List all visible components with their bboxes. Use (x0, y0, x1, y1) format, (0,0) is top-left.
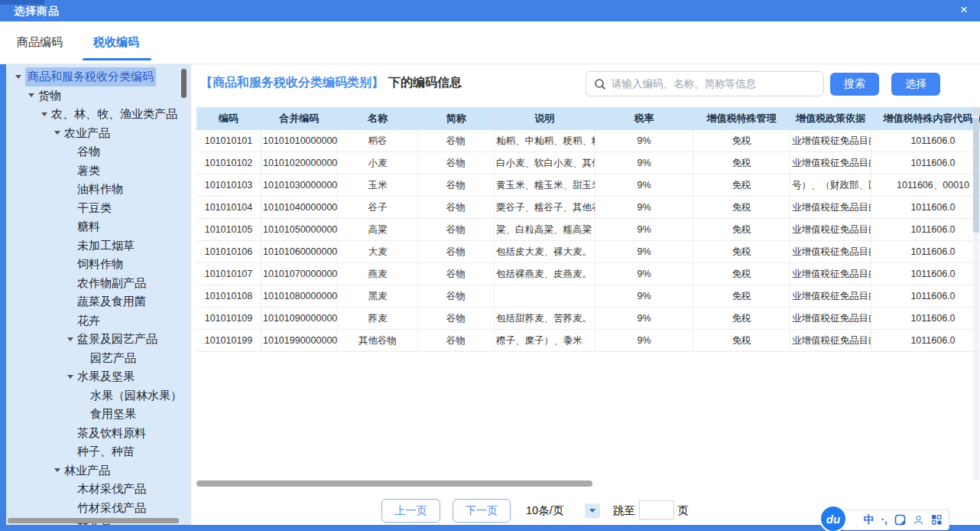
search-button[interactable]: 搜索 (830, 73, 879, 96)
table-cell: 业增值税征免品目的 (790, 330, 871, 352)
table-row[interactable]: 1010101061010106000000000000大麦谷物包括皮大麦、裸大… (196, 241, 980, 263)
table-cell: 谷物 (418, 174, 495, 197)
table-row[interactable]: 1010101071010107000000000000燕麦谷物包括裸燕麦、皮燕… (196, 263, 980, 285)
table-scrollbar-up-arrow[interactable] (973, 107, 979, 116)
tree-node[interactable]: 农作物副产品 (6, 274, 190, 293)
tree-expand-icon[interactable] (54, 131, 64, 135)
table-row[interactable]: 1010101021010102000000000000小麦谷物白小麦、软白小麦… (196, 152, 980, 174)
tab-tax-code[interactable]: 税收编码 (93, 35, 139, 50)
table-cell: 101010104 (196, 197, 261, 219)
tree-expand-icon[interactable] (41, 112, 51, 116)
table-cell: 免税 (693, 241, 790, 263)
tree-node[interactable]: 林业产品 (6, 461, 190, 481)
table-horizontal-scrollbar[interactable] (196, 481, 592, 487)
table-row[interactable]: 1010101081010108000000000000黑麦谷物9%免税业增值税… (196, 285, 980, 308)
close-icon[interactable]: × (960, 0, 968, 20)
tree-expand-icon[interactable] (67, 337, 77, 341)
tab-product-code[interactable]: 商品编码 (17, 35, 63, 50)
table-cell: 9% (595, 285, 693, 308)
table-cell: 谷物 (418, 308, 495, 330)
table-header-cell: 税率 (595, 107, 693, 130)
table-row[interactable]: 1010101031010103000000000000玉米谷物黄玉米、糯玉米、… (196, 174, 980, 197)
tree-node[interactable]: 茶及饮料原料 (6, 424, 190, 443)
tree-node[interactable]: 种子、种苗 (6, 442, 190, 461)
page-unit-label: 页 (677, 499, 689, 523)
table-row[interactable]: 1010101011010101000000000000稻谷谷物籼稻、中籼稻、粳… (196, 130, 980, 152)
table-cell: 业增值税征免品目的 (790, 152, 871, 174)
tree-node-label: 木材采伐产品 (77, 480, 146, 499)
table-cell: 谷物 (418, 263, 495, 285)
table-cell: 玉米 (338, 174, 418, 197)
tree-node[interactable]: 蔬菜及食用菌 (6, 292, 190, 311)
tree-expand-icon[interactable] (67, 375, 77, 379)
table-cell: 9% (595, 219, 693, 241)
table-cell: 101010106 (196, 241, 261, 263)
tree-node[interactable]: 油料作物 (6, 180, 190, 199)
table-cell: 101010105 (196, 219, 261, 241)
tree-node[interactable]: 农、林、牧、渔业类产品 (6, 105, 190, 124)
tree-node[interactable]: 未加工烟草 (6, 236, 190, 256)
tree-node[interactable]: 薯类 (6, 161, 190, 181)
table-cell: 101010101 (196, 130, 261, 152)
ime-language-icon[interactable]: 中 (863, 510, 874, 529)
table-cell: 1010104000000000000 (261, 197, 338, 219)
tree-node[interactable]: 谷物 (6, 142, 190, 161)
table-cell: 燕麦 (338, 263, 418, 285)
tree-node[interactable]: 饲料作物 (6, 255, 190, 274)
tree-node[interactable]: 盆景及园艺产品 (6, 330, 190, 349)
next-page-button[interactable]: 下一页 (453, 499, 511, 523)
table-row[interactable]: 1010101091010109000000000000荞麦谷物包括甜荞麦、苦荞… (196, 308, 980, 330)
tree-vertical-scrollbar[interactable] (181, 69, 187, 98)
tree-node[interactable]: 木材采伐产品 (6, 480, 190, 499)
table-cell: 1011606.0 (871, 308, 980, 330)
tree-node[interactable]: 糖料 (6, 217, 190, 236)
tree-expand-icon[interactable] (28, 93, 38, 97)
tree-node-label: 商品和服务税收分类编码 (25, 67, 156, 86)
page-size-label: 10条/页 (526, 499, 563, 523)
title-bar: 选择商品 × (0, 0, 980, 21)
table-cell: 免税 (693, 219, 790, 241)
table-cell: 1010106000000000000 (261, 241, 338, 263)
tree-node[interactable]: 竹材采伐产品 (6, 499, 190, 518)
table-row[interactable]: 1010101051010105000000000000高粱谷物粱、白粒高粱、糯… (196, 219, 980, 241)
search-input[interactable] (612, 78, 810, 90)
ime-skin-icon[interactable] (894, 514, 906, 526)
tree-node[interactable]: 农业产品 (6, 124, 190, 143)
page-size-dropdown[interactable] (585, 503, 600, 518)
select-button[interactable]: 选择 (891, 73, 940, 96)
tree-horizontal-scrollbar[interactable] (8, 518, 179, 523)
ime-menu-grid-icon[interactable] (931, 514, 943, 526)
table-cell: 谷物 (418, 285, 495, 308)
tree-expand-icon[interactable] (54, 468, 64, 472)
table-cell: 免税 (693, 197, 790, 219)
tree-expand-icon[interactable] (15, 75, 25, 79)
tree-node[interactable]: 水果及坚果 (6, 367, 190, 386)
table-cell: 9% (595, 241, 693, 263)
table-row[interactable]: 1010101041010104000000000000谷子谷物粟谷子、糯谷子、… (196, 197, 980, 219)
ime-user-icon[interactable] (913, 514, 924, 526)
jump-page-input[interactable] (639, 500, 674, 520)
tree-node[interactable]: 花卉 (6, 311, 190, 331)
tree-node-label: 水果（园林水果） (90, 386, 182, 406)
tree-node[interactable]: 货物 (6, 86, 190, 106)
tree-node[interactable]: 水果（园林水果） (6, 386, 190, 406)
tree-node[interactable]: 食用坚果 (6, 405, 190, 424)
table-header-cell: 合并编码 (261, 107, 338, 130)
table-cell: 9% (595, 263, 693, 285)
category-tree-panel: 商品和服务税收分类编码货物农、林、牧、渔业类产品农业产品谷物薯类油料作物干豆类糖… (6, 64, 191, 525)
table-cell: 101010102 (196, 152, 261, 174)
ime-punctuation-icon[interactable]: ·, (881, 510, 888, 529)
baidu-ime-logo[interactable]: du (819, 505, 847, 531)
tree-node-label: 茶及饮料原料 (77, 424, 146, 443)
tree-node-label: 未加工烟草 (77, 236, 135, 256)
previous-page-button[interactable]: 上一页 (381, 499, 440, 523)
table-row[interactable]: 1010101991010199000000000000其他谷物谷物穄子、糜子）… (196, 330, 980, 352)
table-cell: 1010108000000000000 (261, 285, 338, 308)
tree-node[interactable]: 干豆类 (6, 199, 190, 218)
tree-node-label: 竹材采伐产品 (77, 499, 146, 518)
table-vertical-scrollbar[interactable] (973, 118, 979, 233)
table-cell (495, 285, 595, 308)
table-cell: 1011606.0 (871, 241, 980, 263)
tree-node[interactable]: 商品和服务税收分类编码 (6, 67, 190, 86)
tree-node[interactable]: 园艺产品 (6, 349, 190, 368)
